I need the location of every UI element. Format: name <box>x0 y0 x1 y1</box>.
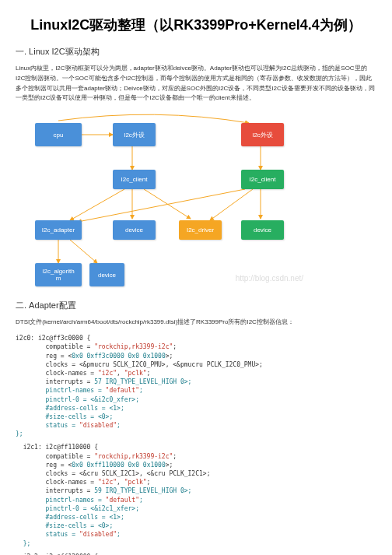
diagram-box-adapter: I2c_adapter <box>35 220 82 240</box>
code-block-1: i2c1: i2c@ff110000 { compatible = "rockc… <box>16 443 376 547</box>
svg-line-3 <box>70 189 124 220</box>
section2-heading: 二. Adapter配置 <box>16 300 376 311</box>
diagram-box-algorithm: I2c_algorith m <box>35 263 82 286</box>
diagram-box-i2c-periph1: I2c外设 <box>113 123 156 146</box>
diagram-box-device2: device <box>241 220 284 240</box>
svg-line-6 <box>78 189 245 222</box>
section2-desc: DTSI文件(kernel/arch/arm64/boot/dts/rockch… <box>16 318 376 326</box>
code-block-0: i2c0: i2c@ff3c0000 { compatible = "rockc… <box>16 334 376 438</box>
section1-para: Linux内核里，I2C驱动框架可以分为两层，adapter驱动和deivce驱… <box>16 64 376 104</box>
page-title: LinuxI2C驱动整理（以RK3399Pro+Kernel4.4为例） <box>16 16 376 34</box>
diagram-box-driver: I2c_driver <box>179 220 222 240</box>
diagram-box-cpu: cpu <box>35 123 82 146</box>
diagram-box-i2c-periph2: I2c外设 <box>241 123 284 146</box>
svg-line-7 <box>210 189 253 220</box>
section1-heading: 一. Linux I2C驱动架构 <box>16 46 376 58</box>
diagram-box-device3: device <box>89 263 124 286</box>
diagram-box-client1: I2c_client <box>113 170 156 189</box>
diagram-box-device1: device <box>113 220 156 240</box>
diagram-box-client2: I2c_client <box>241 170 284 189</box>
architecture-diagram: cpu I2c外设 I2c外设 I2c_client I2c_client I2… <box>16 111 311 290</box>
svg-line-10 <box>70 240 97 263</box>
diagram-watermark: http://blog.csdn.net/ <box>236 274 303 283</box>
svg-line-5 <box>144 189 191 219</box>
